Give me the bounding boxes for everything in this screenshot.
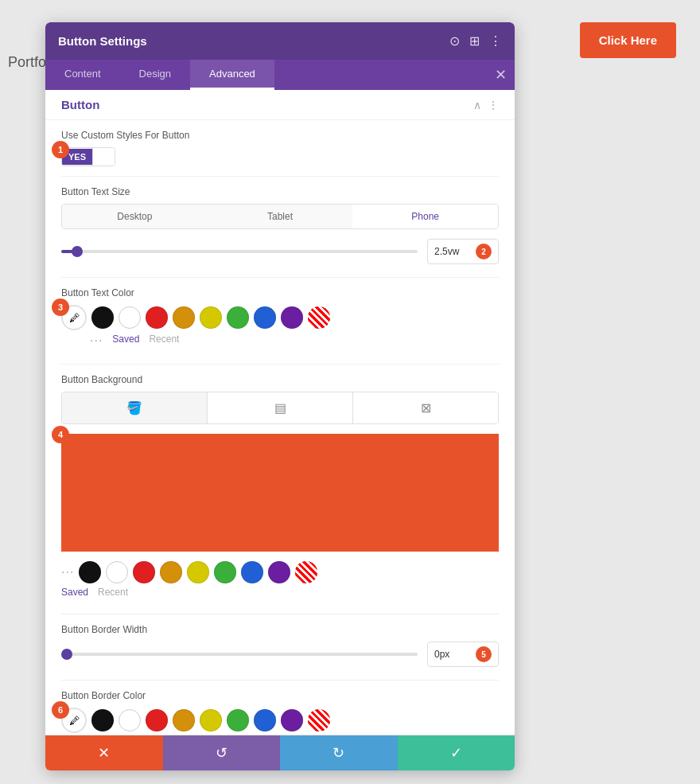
bg-gradient-tab[interactable]: ▤ — [208, 392, 353, 423]
bg-color-tab[interactable]: 🪣 — [62, 392, 208, 423]
color-black[interactable] — [91, 306, 114, 329]
text-size-value: 2.5vw 2 — [427, 239, 499, 264]
bg-color-blue[interactable] — [241, 561, 263, 583]
custom-styles-toggle-wrap: 1 YES — [61, 147, 499, 166]
section-more-icon[interactable]: ⋮ — [488, 99, 499, 111]
color-transparent[interactable] — [308, 306, 330, 329]
border-width-slider-row: 0px 5 — [61, 642, 499, 667]
recent-link[interactable]: Recent — [149, 333, 179, 348]
focus-icon[interactable]: ⊙ — [449, 33, 460, 49]
border-width-value-text: 0px — [434, 649, 449, 660]
text-size-value-text: 2.5vw — [434, 246, 459, 257]
bg-image-tab[interactable]: ⊠ — [353, 392, 498, 423]
tab-content[interactable]: Content — [45, 60, 120, 90]
tab-design[interactable]: Design — [120, 60, 190, 90]
bg-recent-link[interactable]: Recent — [98, 587, 128, 598]
border-color-purple[interactable] — [281, 709, 303, 731]
border-color-black[interactable] — [91, 709, 114, 731]
click-here-button[interactable]: Click Here — [580, 22, 676, 58]
color-orange[interactable] — [173, 306, 195, 329]
tab-phone[interactable]: Phone — [352, 205, 498, 228]
text-color-footer: ··· Saved Recent — [61, 333, 499, 348]
panel-header: Button Settings ⊙ ⊞ ⋮ — [45, 22, 515, 60]
text-size-slider-row: 2.5vw 2 — [61, 239, 499, 264]
custom-styles-toggle[interactable]: YES — [61, 147, 115, 166]
badge-2: 2 — [476, 244, 492, 259]
border-color-label: Button Border Color — [61, 690, 499, 701]
custom-styles-label: Use Custom Styles For Button — [61, 130, 499, 141]
badge-3: 3 — [52, 298, 69, 316]
bg-color-black[interactable] — [79, 561, 101, 583]
bg-color-white[interactable] — [106, 561, 128, 583]
border-color-green[interactable] — [227, 709, 249, 731]
button-settings-panel: Button Settings ⊙ ⊞ ⋮ Content Design Adv… — [45, 22, 515, 770]
text-color-row: 3 🖉 — [61, 305, 499, 330]
color-red[interactable] — [146, 306, 168, 329]
border-width-thumb[interactable] — [61, 649, 72, 660]
border-color-blue[interactable] — [254, 709, 276, 731]
color-yellow[interactable] — [200, 306, 222, 329]
bg-color-preview[interactable] — [61, 434, 499, 552]
redo-button[interactable]: ↻ — [280, 735, 398, 770]
slider-thumb[interactable] — [72, 246, 83, 257]
eyedropper-icon: 🖉 — [69, 312, 80, 324]
bg-color-purple[interactable] — [268, 561, 290, 583]
border-color-white[interactable] — [119, 709, 141, 731]
more-icon[interactable]: ⋮ — [489, 33, 502, 49]
color-green[interactable] — [227, 306, 249, 329]
border-color-yellow[interactable] — [200, 709, 222, 731]
cancel-button[interactable]: ✕ — [45, 735, 163, 770]
bg-color-red[interactable] — [133, 561, 155, 583]
border-width-value: 0px 5 — [427, 642, 499, 667]
section-title: Button — [61, 98, 99, 111]
color-blue[interactable] — [254, 306, 276, 329]
collapse-icon[interactable]: ∧ — [473, 99, 481, 111]
tab-tablet[interactable]: Tablet — [208, 205, 353, 228]
color-purple[interactable] — [281, 306, 303, 329]
save-button[interactable]: ✓ — [398, 735, 515, 770]
border-color-red[interactable] — [146, 709, 168, 731]
border-width-track — [61, 653, 418, 656]
text-size-label: Button Text Size — [61, 186, 499, 197]
section-header: Button ∧ ⋮ — [45, 90, 515, 120]
border-eyedropper-icon: 🖉 — [69, 715, 80, 727]
bg-label: Button Background — [61, 374, 499, 385]
panel-scroll-area[interactable]: Button ∧ ⋮ Use Custom Styles For Button … — [45, 90, 515, 735]
text-color-label: Button Text Color — [61, 287, 499, 298]
tabs-bar: Content Design Advanced ✕ — [45, 60, 515, 90]
toggle-handle — [92, 148, 115, 166]
reset-button[interactable]: ↺ — [163, 735, 281, 770]
color-more-dots[interactable]: ··· — [90, 333, 103, 348]
bg-color-transparent[interactable] — [295, 561, 317, 583]
section-controls: ∧ ⋮ — [473, 99, 499, 111]
border-color-orange[interactable] — [173, 709, 195, 731]
bg-color-more-dots[interactable]: ··· — [61, 565, 74, 579]
border-color-transparent[interactable] — [308, 709, 330, 731]
panel-title: Button Settings — [58, 34, 147, 48]
border-width-label: Button Border Width — [61, 624, 499, 635]
saved-link[interactable]: Saved — [112, 333, 139, 348]
badge-5: 5 — [476, 646, 492, 662]
bg-color-swatches: ··· Saved Recent — [45, 552, 515, 614]
bg-color-green[interactable] — [214, 561, 236, 583]
badge-4: 4 — [52, 426, 69, 443]
color-white[interactable] — [119, 306, 141, 329]
panel-close-button[interactable]: ✕ — [495, 60, 507, 90]
border-width-section: Button Border Width 0px 5 — [45, 614, 515, 680]
tab-advanced[interactable]: Advanced — [190, 60, 274, 90]
bg-color-orange[interactable] — [160, 561, 182, 583]
split-icon[interactable]: ⊞ — [469, 33, 480, 49]
text-size-slider[interactable] — [61, 250, 418, 253]
bg-color-footer: Saved Recent — [61, 587, 499, 598]
text-color-section: Button Text Color 3 🖉 ··· — [45, 278, 515, 364]
bg-color-yellow[interactable] — [187, 561, 209, 583]
border-color-row: 6 🖉 — [61, 708, 499, 733]
bg-saved-link[interactable]: Saved — [61, 587, 88, 598]
bottom-toolbar: ✕ ↺ ↻ ✓ — [45, 735, 515, 770]
color-preview-container: 4 — [61, 434, 499, 552]
text-size-section: Button Text Size Desktop Tablet Phone 2.… — [45, 177, 515, 277]
bg-type-tabs: 🪣 ▤ ⊠ — [61, 392, 499, 424]
tab-desktop[interactable]: Desktop — [62, 205, 208, 228]
border-width-slider[interactable] — [61, 653, 418, 656]
border-color-section: Button Border Color 6 🖉 ··· — [45, 681, 515, 735]
